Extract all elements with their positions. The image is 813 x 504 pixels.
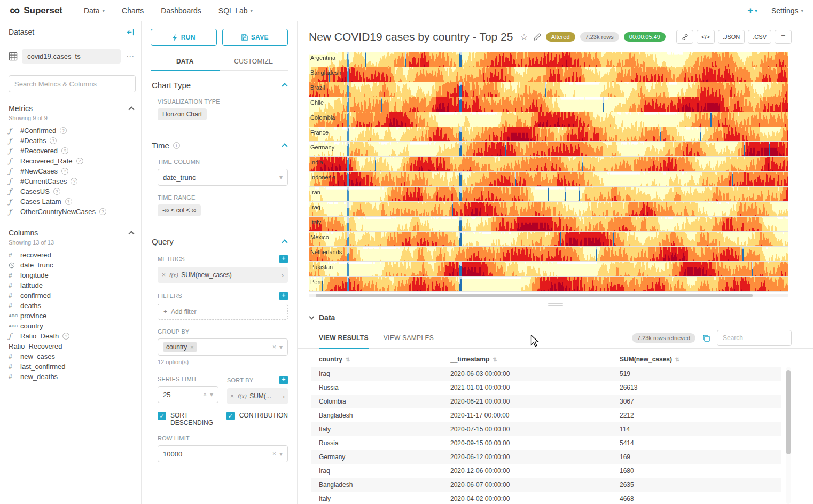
help-icon[interactable]: ? [99,208,106,215]
settings-menu[interactable]: Settings ▾ [771,6,803,15]
favorite-star-icon[interactable]: ☆ [520,32,528,43]
help-icon[interactable]: ? [71,178,77,185]
edit-properties-icon[interactable] [533,33,541,41]
metric-item[interactable]: ƒ#Deaths? [9,136,136,146]
horizontal-scrollbar-thumb[interactable] [316,294,752,297]
chart-menu-button[interactable]: ≡ [775,30,792,44]
sort-descending-checkbox[interactable]: ✓ [158,412,166,420]
column-item[interactable]: #longitude [9,270,136,280]
help-icon[interactable]: ? [50,137,57,144]
group-by-tag[interactable]: country × [163,342,197,352]
vertical-scrollbar[interactable] [786,367,791,504]
tab-view-results[interactable]: VIEW RESULTS [319,327,369,349]
horizontal-scrollbar[interactable] [309,294,788,297]
sort-icon[interactable]: ⇅ [493,357,497,363]
panel-resize-handle[interactable] [298,297,813,311]
metric-item[interactable]: ƒ#NewCases? [9,166,136,176]
nav-item-dashboards[interactable]: Dashboards [161,6,201,15]
column-item[interactable]: #new_deaths [9,372,136,382]
metric-item[interactable]: ƒ#Recovered? [9,146,136,156]
help-icon[interactable]: ? [53,188,60,195]
horizon-chart[interactable]: ArgentinaBangladeshBrazilChileColombiaFr… [309,52,788,292]
table-row[interactable]: Bangladesh2020-06-07 00:00:002635 [311,478,781,492]
nav-item-charts[interactable]: Charts [122,6,144,15]
time-column-select[interactable]: date_trunc ▾ [158,169,288,186]
table-row[interactable]: Italy2020-07-15 00:00:00114 [311,422,781,436]
run-button[interactable]: RUN [151,29,217,46]
column-item[interactable]: ABCprovince [9,311,136,321]
expand-metric-icon[interactable]: › [278,271,284,279]
tab-customize[interactable]: CUSTOMIZE [220,54,288,70]
column-item[interactable]: ƒRatio_Death? [9,331,136,341]
help-icon[interactable]: ? [61,147,68,154]
column-header-country[interactable]: country⇅ [311,352,443,367]
column-header--timestamp[interactable]: __timestamp⇅ [443,352,612,367]
table-row[interactable]: Bangladesh2020-11-17 00:00:002212 [311,408,781,422]
row-limit-select[interactable]: 10000 × ▾ [158,445,288,462]
help-icon[interactable]: ? [65,198,72,205]
add-sort-by-button[interactable]: + [279,376,288,384]
visualization-type-value[interactable]: Horizon Chart [158,108,207,120]
expand-sort-by-icon[interactable]: › [279,392,285,400]
remove-metric-icon[interactable]: × [162,271,166,279]
column-item[interactable]: #latitude [9,280,136,290]
clear-icon[interactable]: × [203,391,207,398]
contribution-checkbox[interactable]: ✓ [226,412,235,420]
add-metric-button[interactable]: + [279,255,288,263]
column-item[interactable]: #last_confirmed [9,361,136,372]
series-limit-select[interactable]: 25 × ▾ [158,386,218,403]
table-row[interactable]: Russia2021-01-01 00:00:0026613 [311,381,781,395]
clear-icon[interactable]: × [272,450,276,458]
metric-item[interactable]: ƒRecovered_Rate? [9,156,136,166]
help-icon[interactable]: ? [61,168,68,175]
columns-header[interactable]: Columns [9,229,136,237]
save-button[interactable]: SAVE [222,29,288,46]
results-search-input[interactable] [717,330,792,346]
column-header-sum-new-cases-[interactable]: SUM(new_cases)⇅ [612,352,781,367]
data-section-header[interactable]: Data [298,311,813,327]
group-by-select[interactable]: country × × ▾ [158,338,288,356]
column-item[interactable]: #recovered [9,250,136,260]
nav-item-sql-lab[interactable]: SQL Lab▾ [218,6,253,15]
column-item[interactable]: #confirmed [9,290,136,301]
table-row[interactable]: Russia2020-09-15 00:00:005414 [311,436,781,450]
metric-item[interactable]: ƒ#CurrentCases? [9,176,136,186]
new-button[interactable]: + ▾ [747,5,757,17]
add-filter-button[interactable]: + [279,292,288,300]
table-row[interactable]: Iraq2020-06-03 00:00:00519 [311,367,781,381]
help-icon[interactable]: ? [76,158,83,164]
column-item[interactable]: #deaths [9,301,136,311]
search-metrics-columns-input[interactable] [9,75,136,92]
table-row[interactable]: Iraq2020-12-06 00:00:001680 [311,464,781,478]
horizon-chart-canvas[interactable] [309,52,788,292]
export-csv-button[interactable]: .CSV [748,30,771,44]
sort-by-pill[interactable]: × f(x) SUM(... › [227,388,288,404]
column-item[interactable]: #new_cases [9,351,136,361]
time-section-header[interactable]: Time i [151,141,288,150]
sort-icon[interactable]: ⇅ [346,357,350,363]
metric-item[interactable]: ƒ#Confirmed? [9,125,136,136]
collapse-panel-icon[interactable] [127,28,135,36]
vertical-scrollbar-thumb[interactable] [786,370,791,454]
nav-item-data[interactable]: Data▾ [84,6,105,15]
column-item[interactable]: Ratio_Recovered [9,341,136,351]
time-range-value[interactable]: -∞ ≤ col < ∞ [158,204,201,216]
help-icon[interactable]: ? [62,333,69,340]
query-section-header[interactable]: Query [151,237,288,246]
remove-sort-by-icon[interactable]: × [230,392,234,400]
metric-item[interactable]: ƒCasesUS? [9,186,136,196]
tab-data[interactable]: DATA [151,54,220,70]
metrics-header[interactable]: Metrics [9,104,136,113]
export-json-button[interactable]: .JSON [718,30,745,44]
metric-item[interactable]: ƒOtherCountryNewCases? [9,207,136,217]
table-row[interactable]: Italy2020-04-02 00:00:004668 [311,492,781,504]
column-item[interactable]: ABCcountry [9,321,136,331]
chart-type-section-header[interactable]: Chart Type [151,81,288,90]
tab-view-samples[interactable]: VIEW SAMPLES [384,327,434,349]
altered-badge[interactable]: Altered [546,32,575,42]
more-options-icon[interactable]: ⋯ [125,52,136,61]
superset-logo[interactable]: ∞ Superset [10,3,62,18]
sort-icon[interactable]: ⇅ [675,357,679,363]
add-filter-dropzone[interactable]: + Add filter [158,304,288,320]
copy-to-clipboard-icon[interactable] [702,334,710,342]
